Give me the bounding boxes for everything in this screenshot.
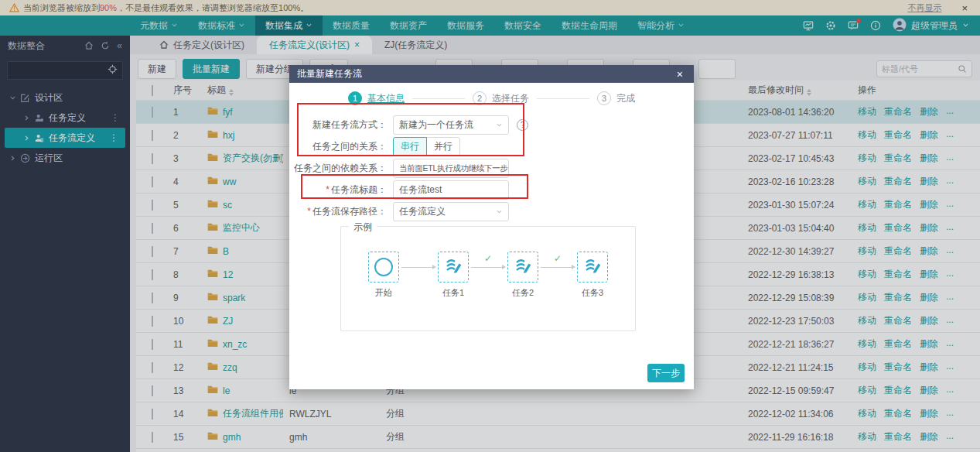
flow-node-label: 任务3: [582, 287, 603, 299]
chevron-down-icon: [496, 122, 503, 128]
dependency-label: 任务之间的依赖关系：: [289, 162, 393, 175]
relation-toggle: 串行并行: [393, 137, 460, 156]
flow-arrow: [401, 252, 435, 282]
task-node-box: [438, 252, 469, 282]
step-number: 2: [473, 91, 487, 105]
task-node-box: [577, 252, 608, 282]
example-panel: 示例 开始任务1✓任务2✓任务3: [340, 226, 636, 331]
flow-arrow: ✓: [541, 252, 575, 282]
close-icon[interactable]: ×: [677, 68, 686, 80]
step-label: 基本信息: [367, 92, 405, 105]
next-step-button[interactable]: 下一步: [647, 364, 685, 382]
step-number: 1: [348, 91, 362, 105]
flow-title-label: *任务流标题：: [289, 183, 393, 197]
modal-form: 新建任务流方式： 新建为一个任务流 ? 任务之间的关系： 串行并行 任务之间的依…: [289, 115, 694, 221]
flow-node-label: 任务1: [442, 287, 464, 299]
relation-option-2[interactable]: 并行: [426, 137, 460, 156]
chevron-down-icon: [508, 165, 509, 172]
flow-node-3: 任务2: [505, 252, 541, 299]
task-node-icon: [583, 256, 602, 278]
wizard-step-2: 2选择任务: [473, 91, 529, 105]
help-icon[interactable]: ?: [517, 119, 528, 131]
flow-node-2: 任务1: [435, 252, 471, 299]
flow-title-input[interactable]: [399, 185, 503, 196]
flow-node-4: 任务3: [575, 252, 610, 299]
wizard-steps: 1基本信息2选择任务3完成: [289, 91, 694, 105]
relation-label: 任务之间的关系：: [289, 140, 393, 153]
batch-create-flow-modal: 批量新建任务流 × 1基本信息2选择任务3完成 新建任务流方式： 新建为一个任务…: [289, 65, 694, 389]
start-circle-icon: [374, 258, 393, 276]
task-node-icon: [444, 256, 463, 278]
task-node-box: [507, 252, 538, 282]
app-root: 当前浏览器被缩放到90%，不是最佳观看效果，请调整浏览器缩放至100%。 不再显…: [0, 0, 980, 452]
step-number: 3: [597, 91, 611, 105]
step-connector: [412, 98, 465, 99]
wizard-step-1: 1基本信息: [348, 91, 405, 105]
step-connector: [537, 98, 589, 99]
wizard-step-3: 3完成: [597, 91, 635, 105]
chevron-down-icon: [496, 208, 503, 215]
check-icon: ✓: [484, 253, 492, 264]
relation-option-1[interactable]: 串行: [393, 137, 427, 156]
flow-title-field: [393, 180, 509, 200]
task-node-icon: [514, 256, 532, 278]
flow-node-label: 开始: [375, 287, 392, 299]
flow-node-label: 任务2: [512, 287, 534, 299]
modal-footer: 下一步: [647, 364, 685, 382]
modal-header: 批量新建任务流 ×: [289, 65, 694, 83]
step-label: 选择任务: [492, 92, 529, 105]
save-path-label: *任务流保存路径：: [289, 205, 393, 218]
example-legend: 示例: [349, 221, 377, 234]
flow-diagram: 开始任务1✓任务2✓任务3: [341, 252, 635, 299]
method-select[interactable]: 新建为一个任务流: [393, 115, 509, 135]
modal-title: 批量新建任务流: [297, 67, 362, 80]
flow-arrow: ✓: [471, 252, 505, 282]
start-node-box: [368, 252, 399, 282]
method-label: 新建任务流方式：: [289, 118, 393, 132]
dependency-select[interactable]: 当前面ETL执行成功继续下一步: [393, 159, 509, 178]
check-icon: ✓: [554, 253, 562, 264]
save-path-select[interactable]: 任务流定义: [393, 202, 509, 221]
flow-node-1: 开始: [366, 252, 401, 299]
step-label: 完成: [616, 92, 635, 105]
